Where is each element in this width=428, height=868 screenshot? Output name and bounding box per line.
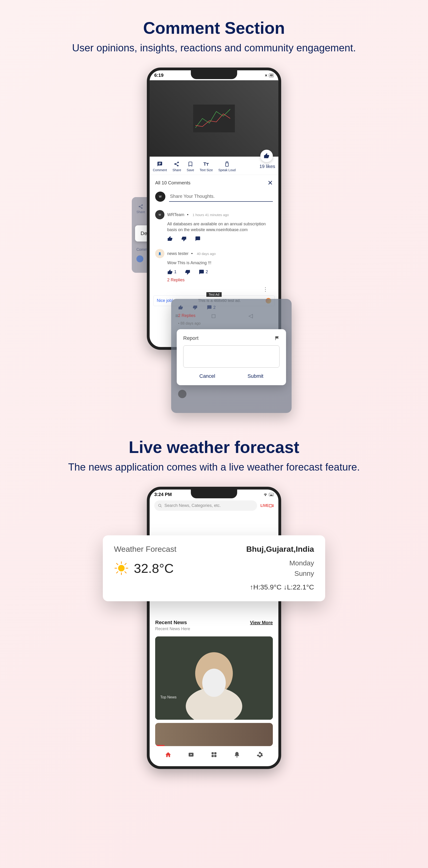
svg-line-4 xyxy=(161,506,162,507)
section2-subtitle: The news application comes with a live w… xyxy=(14,461,414,473)
avatar xyxy=(136,255,143,262)
nav-home[interactable] xyxy=(165,751,172,758)
avatar xyxy=(178,390,187,398)
phone-notch xyxy=(191,70,237,79)
replies-link[interactable]: 2 Replies xyxy=(167,278,273,282)
share-icon xyxy=(138,204,143,209)
search-icon xyxy=(158,504,162,508)
svg-line-23 xyxy=(125,563,126,565)
svg-point-9 xyxy=(202,669,226,697)
nav-categories[interactable] xyxy=(210,751,218,758)
cancel-button[interactable]: Cancel xyxy=(199,373,215,379)
search-placeholder: Search News, Categories, etc. xyxy=(165,503,221,508)
report-time: • 88 days ago xyxy=(171,321,292,329)
grid-icon xyxy=(211,751,217,758)
share-action[interactable]: Share xyxy=(173,161,181,172)
reply-icon xyxy=(207,305,212,310)
svg-rect-13 xyxy=(211,755,213,757)
comment-time: 1 hours 41 minutes ago xyxy=(193,213,229,217)
weather-temp: 32.8°C xyxy=(134,561,174,576)
phone-notch xyxy=(191,490,237,498)
search-input[interactable]: Search News, Categories, etc. xyxy=(154,500,257,511)
thumbs-up-icon xyxy=(263,153,269,159)
weather-condition: Sunny xyxy=(289,568,314,579)
svg-point-15 xyxy=(118,565,124,571)
thumbs-down-icon xyxy=(193,305,198,310)
news-image xyxy=(155,637,273,720)
section1-subtitle: User opinions, insights, reactions and c… xyxy=(14,42,414,54)
mini-dislike[interactable] xyxy=(193,305,198,310)
back-share-action[interactable]: Share xyxy=(136,204,145,214)
svg-point-3 xyxy=(159,504,161,507)
gear-icon xyxy=(257,751,263,758)
report-replies[interactable]: 2 Replies xyxy=(171,313,292,321)
textsize-action[interactable]: Tᴛ Text Size xyxy=(200,161,213,172)
reply-icon xyxy=(199,269,204,275)
report-title: Report xyxy=(183,335,198,341)
mini-reply[interactable]: 2 xyxy=(207,305,216,310)
svg-line-21 xyxy=(125,572,126,573)
phone-mockup-weather: 3:24 PM ▬ Search News, Categories, etc. … xyxy=(121,487,307,843)
section1-title: Comment Section xyxy=(14,19,414,37)
news-tag: Top News xyxy=(160,695,268,699)
svg-rect-14 xyxy=(214,755,216,757)
comment-text: Wow This is Amazing !!! xyxy=(167,260,273,266)
news-card-secondary[interactable] xyxy=(155,723,273,746)
thumbs-up-icon xyxy=(178,305,183,310)
phone-frame-weather: 3:24 PM ▬ Search News, Categories, etc. … xyxy=(147,487,281,769)
comment-like-button[interactable]: 1 xyxy=(167,269,176,275)
sun-icon xyxy=(114,561,129,576)
do-not-disturb-icon: ✕ xyxy=(265,73,267,77)
nav-video[interactable] xyxy=(188,751,195,758)
svg-rect-12 xyxy=(214,752,216,754)
nav-settings[interactable] xyxy=(256,751,263,758)
like-fab-button[interactable] xyxy=(260,150,273,162)
svg-rect-0 xyxy=(193,104,235,132)
comment-more-button[interactable]: ⋮ xyxy=(257,286,274,292)
comment-reply-button[interactable]: 2 xyxy=(199,269,208,275)
stock-chart-illustration xyxy=(193,104,235,132)
svg-rect-11 xyxy=(211,752,213,754)
speaker-icon xyxy=(224,161,230,167)
speak-action[interactable]: Speak Loud xyxy=(219,161,236,172)
comment-text: All databases are available on an annual… xyxy=(167,221,273,233)
text-size-icon: Tᴛ xyxy=(203,161,209,167)
comment-author: news tester xyxy=(167,251,189,256)
comment-action[interactable]: Comment xyxy=(153,161,167,172)
battery-icon: 48 xyxy=(269,73,274,77)
comment-time: 40 days ago xyxy=(197,252,216,256)
submit-button[interactable]: Submit xyxy=(248,373,263,379)
weather-card: Weather Forecast Bhuj,Gujarat,India 32 xyxy=(103,535,325,601)
comment-item: 👤 news tester • 40 days ago Wow This is … xyxy=(150,245,278,286)
nav-notifications[interactable] xyxy=(233,751,240,758)
close-button[interactable]: ✕ xyxy=(267,179,273,187)
thumbs-up-icon xyxy=(167,269,173,275)
battery-icon: ▬ xyxy=(269,493,274,496)
comment-reply-button[interactable] xyxy=(195,236,201,242)
flag-icon xyxy=(275,336,280,341)
svg-rect-2 xyxy=(226,163,228,166)
reply-icon xyxy=(195,236,201,242)
comment-item: W WRTeam • 1 hours 41 minutes ago All da… xyxy=(150,206,278,245)
share-thoughts-input[interactable]: Share Your Thoughts. xyxy=(169,191,273,202)
weather-range: ↑H:35.9°C ↓L:22.1°C xyxy=(114,583,314,591)
ad-nice: Nice job! xyxy=(157,298,173,303)
view-more-link[interactable]: View More xyxy=(250,620,273,625)
live-button[interactable]: LIVE xyxy=(260,503,274,508)
ad-label: Test Ad xyxy=(206,292,222,297)
video-library-icon xyxy=(188,751,194,758)
share-icon xyxy=(174,161,179,167)
recent-news-sub: Recent News Here xyxy=(150,626,278,634)
status-right: ✕ 48 xyxy=(265,73,274,77)
article-hero-image xyxy=(150,80,278,157)
status-time: 3:24 PM xyxy=(154,492,172,497)
news-card[interactable]: Top News PM Modi to launch projects wort… xyxy=(155,637,273,720)
comment-dislike-button[interactable] xyxy=(185,269,190,275)
mini-like[interactable] xyxy=(178,305,183,310)
comment-like-button[interactable] xyxy=(167,236,173,242)
report-textarea[interactable] xyxy=(183,345,280,368)
comment-dislike-button[interactable] xyxy=(181,236,187,242)
save-action[interactable]: Save xyxy=(187,161,194,172)
phone-mockup-comments: Share Save Tᴛ Text Size Speak Loud 19 li… xyxy=(121,67,307,401)
weather-day: Monday xyxy=(289,558,314,568)
